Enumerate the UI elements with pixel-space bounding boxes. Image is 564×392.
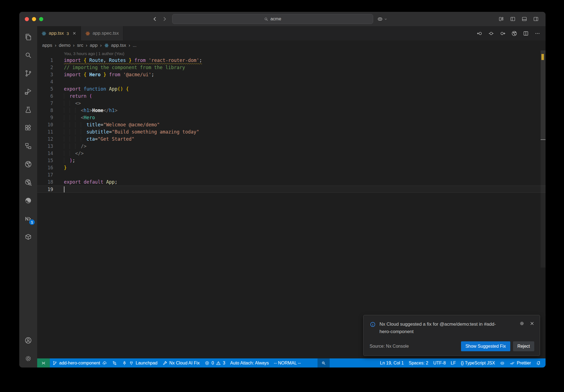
run-project-graph-button[interactable] [511, 30, 517, 37]
reject-button[interactable]: Reject [513, 341, 534, 351]
status-zoom-indicator[interactable] [318, 358, 330, 368]
code-editor[interactable]: You, 3 hours ago | 1 author (You) 1impor… [37, 50, 546, 358]
token: "Build something amazing today" [112, 129, 199, 135]
activity-project-graph[interactable] [19, 155, 37, 173]
warning-triangle-icon [216, 361, 221, 366]
git-compare-icon [112, 361, 117, 366]
token [64, 143, 81, 149]
close-icon [529, 321, 535, 326]
toggle-secondary-sidebar-button[interactable] [533, 16, 539, 22]
toggle-primary-sidebar-button[interactable] [510, 16, 516, 22]
warning-marker [541, 54, 544, 60]
notification-settings-gear[interactable] [519, 321, 525, 326]
copilot-menu[interactable] [377, 16, 388, 22]
token: 'react-router-dom' [148, 58, 199, 63]
code-line-content: <h1>Home</h1> [64, 108, 118, 113]
activity-project-graph-focus[interactable] [19, 173, 37, 191]
status-cursor-position[interactable]: Ln 19, Col 1 [378, 358, 406, 368]
tab-app-spec-tsx[interactable]: app.spec.tsx [81, 26, 123, 40]
code-line-content: </> [64, 151, 84, 156]
code-line: 7 <> [37, 100, 546, 107]
window-control-maximize[interactable] [39, 17, 43, 21]
window-control-close[interactable] [25, 17, 29, 21]
status-remote-indicator[interactable] [37, 358, 50, 368]
token [123, 86, 126, 92]
tab-app-tsx[interactable]: app.tsx3 [37, 26, 81, 40]
token [64, 108, 81, 113]
line-number: 18 [37, 178, 53, 186]
breadcrumb-overflow[interactable]: ... [133, 43, 137, 48]
status-formatter-prettier[interactable]: Prettier [507, 358, 533, 368]
token: ( [89, 93, 92, 99]
code-line-content: } [64, 165, 67, 170]
code-line-content: /> [64, 143, 86, 149]
activity-edge-browser[interactable] [19, 191, 37, 209]
scrollbar-track[interactable] [541, 141, 546, 268]
token [103, 179, 106, 185]
status-git-branch[interactable]: add-hero-component [50, 358, 110, 368]
activity-settings[interactable] [19, 349, 37, 368]
status-auto-attach[interactable]: Auto Attach: Always [228, 358, 272, 368]
nav-back-in-file-button[interactable] [476, 30, 483, 37]
command-center-search[interactable]: acme [172, 14, 373, 24]
code-line: 17 [37, 171, 546, 178]
notification-close[interactable] [529, 321, 535, 326]
history-forward-button[interactable] [162, 16, 168, 22]
activity-search[interactable] [19, 46, 37, 64]
token: } [103, 72, 106, 77]
show-suggested-fix-button[interactable]: Show Suggested Fix [461, 341, 510, 351]
ellipsis-icon [534, 30, 541, 37]
breadcrumb-item[interactable]: demo [59, 43, 71, 48]
status-language-mode[interactable]: {} TypeScript JSX [458, 358, 497, 368]
status-problems[interactable]: 03 [202, 358, 228, 368]
activity-run-and-debug[interactable] [19, 82, 37, 100]
nav-position-button[interactable] [488, 30, 494, 37]
status-indentation[interactable]: Spaces: 2 [406, 358, 431, 368]
scrollbar-thumb[interactable] [541, 50, 546, 140]
status-copilot-status[interactable] [497, 358, 507, 368]
activity-nx-console[interactable]: 1 [19, 209, 37, 228]
breadcrumb-item[interactable]: src [77, 43, 83, 48]
code-line: 9 <Hero [37, 114, 546, 121]
toggle-panel-button[interactable] [521, 16, 527, 22]
activity-source-control[interactable] [19, 64, 37, 82]
tab-close-icon[interactable] [72, 31, 77, 36]
activity-testing[interactable] [19, 100, 37, 119]
activity-accounts[interactable] [19, 331, 37, 349]
status-git-compare[interactable] [110, 358, 120, 368]
token: function [84, 86, 106, 92]
status-nx-cloud-ai-fix[interactable]: Nx Cloud AI Fix [160, 358, 202, 368]
customize-layout-button[interactable] [498, 16, 504, 22]
status-vim-mode[interactable]: -- NORMAL -- [271, 358, 303, 368]
activity-containers[interactable] [19, 228, 37, 246]
nav-forward-in-file-button[interactable] [500, 30, 506, 37]
window-control-minimize[interactable] [32, 17, 36, 21]
line-number: 15 [37, 157, 53, 164]
status-launchpad[interactable]: Launchpad [120, 358, 160, 368]
activity-references[interactable] [19, 137, 37, 155]
search-icon-slot [264, 17, 269, 21]
status-eol[interactable]: LF [448, 358, 459, 368]
token: return [69, 93, 86, 99]
code-line-content: title="Welcmoe @acme/demo" [64, 122, 160, 127]
token: ; [199, 58, 202, 63]
split-editor-button[interactable] [523, 30, 529, 37]
breadcrumb-item[interactable]: apps [42, 43, 52, 48]
react-icon [85, 31, 90, 36]
history-back-button[interactable] [152, 16, 158, 22]
token [126, 58, 129, 63]
more-actions-button[interactable] [534, 30, 541, 37]
split-icon [523, 30, 529, 37]
layout-sidebar-icon [510, 16, 516, 22]
status-notifications-bell[interactable] [533, 358, 543, 368]
title-bar[interactable]: acme [19, 12, 546, 26]
code-line: 3import { Hero } from '@acme/ui'; [37, 71, 546, 78]
activity-extensions[interactable] [19, 119, 37, 137]
breadcrumb-item[interactable]: app [90, 43, 97, 48]
status-encoding[interactable]: UTF-8 [431, 358, 448, 368]
vscode-window: acme 1 app.tsx3app.spec.tsx apps›demo›sr… [19, 12, 546, 368]
activity-explorer[interactable] [19, 28, 37, 46]
breadcrumb-file[interactable]: app.tsx [104, 43, 126, 48]
remote-icon [41, 361, 46, 366]
activity-badge: 1 [29, 219, 35, 225]
